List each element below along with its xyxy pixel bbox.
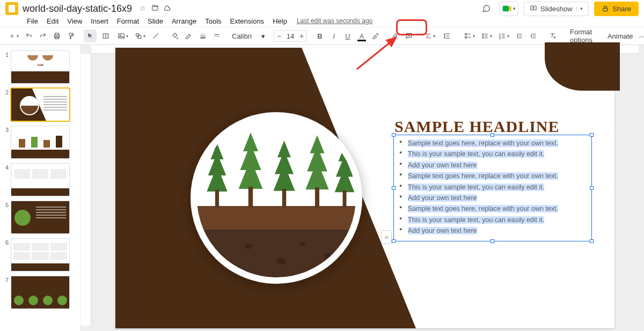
slide-headline[interactable]: SAMPLE HEADLINE [394, 117, 560, 136]
autofit-icon[interactable]: ≡ [381, 230, 392, 244]
slideshow-button[interactable]: Slideshow ▾ [524, 2, 589, 16]
list-item[interactable]: Add your own text here [408, 226, 587, 236]
slide-thumbnail[interactable]: 2 [0, 86, 80, 123]
font-size-decrease-button[interactable]: − [274, 32, 284, 40]
font-size-increase-button[interactable]: + [297, 32, 306, 40]
align-button[interactable]: ▾ [422, 30, 438, 42]
clear-formatting-button[interactable] [546, 30, 559, 42]
indent-decrease-button[interactable] [513, 30, 526, 42]
list-item[interactable]: Sample text goes here, replace with your… [408, 204, 587, 214]
insert-link-button[interactable] [389, 30, 401, 42]
vertical-ruler[interactable] [80, 54, 91, 326]
list-item[interactable]: This is your sample text, you can easily… [408, 149, 587, 159]
svg-rect-24 [315, 187, 319, 208]
insert-comment-button[interactable] [402, 30, 415, 42]
text-color-button[interactable]: A [355, 30, 368, 42]
move-icon[interactable] [151, 4, 160, 13]
slide-thumbnail[interactable]: 7 [0, 274, 80, 311]
resize-handle-icon[interactable] [491, 239, 494, 243]
border-color-button[interactable] [182, 30, 195, 42]
resize-handle-icon[interactable] [392, 239, 396, 243]
slide-textbox[interactable]: Sample text goes here, replace with your… [393, 135, 592, 241]
bullet-list[interactable]: Sample text goes here, replace with your… [398, 138, 587, 236]
resize-handle-icon[interactable] [590, 186, 594, 190]
slideshow-label: Slideshow [540, 5, 572, 13]
paint-format-button[interactable] [64, 30, 77, 42]
collapse-toolbar-icon[interactable]: ︿ [639, 31, 644, 41]
slide-corner-shape[interactable] [545, 42, 620, 91]
list-item[interactable]: Sample text goes here, replace with your… [408, 171, 587, 181]
resize-handle-icon[interactable] [392, 186, 396, 190]
animate-button[interactable]: Animate [603, 31, 638, 41]
slide-circle-image[interactable] [191, 112, 362, 284]
list-item[interactable]: This is your sample text, you can easily… [408, 182, 587, 193]
menu-help[interactable]: Help [269, 16, 290, 26]
slide-number: 4 [2, 163, 9, 171]
menu-format[interactable]: Format [114, 16, 142, 26]
image-button[interactable]: ▾ [115, 30, 131, 42]
resize-handle-icon[interactable] [590, 239, 594, 243]
list-item[interactable]: Add your own text here [408, 193, 587, 203]
cloud-status-icon[interactable] [163, 4, 172, 13]
line-button[interactable] [149, 30, 162, 42]
menu-arrange[interactable]: Arrange [169, 16, 200, 26]
fill-color-button[interactable] [169, 30, 181, 42]
bold-button[interactable]: B [313, 30, 326, 42]
list-item[interactable]: Add your own text here [408, 160, 587, 171]
slide-thumbnail[interactable]: 4 [0, 161, 80, 198]
numbered-list-button[interactable]: 123▾ [496, 30, 512, 42]
new-slide-button[interactable]: ＋▾ [5, 30, 21, 42]
checklist-button[interactable]: ▾ [462, 30, 478, 42]
svg-rect-11 [138, 35, 141, 39]
slide-canvas[interactable]: SAMPLE HEADLINE ≡ Sample text goes here,… [80, 45, 644, 331]
line-spacing-button[interactable] [439, 30, 455, 42]
list-item[interactable]: Sample text goes here, replace with your… [408, 138, 587, 149]
resize-handle-icon[interactable] [392, 133, 396, 137]
slide-thumbnail[interactable]: 6 [0, 236, 80, 274]
menu-extensions[interactable]: Extensions [227, 16, 268, 26]
textbox-button[interactable] [98, 30, 114, 42]
slideshow-dropdown-icon[interactable]: ▾ [576, 6, 583, 11]
menu-bar: File Edit View Insert Format Slide Arran… [0, 15, 644, 27]
menu-tools[interactable]: Tools [202, 16, 224, 26]
slide-number: 2 [2, 88, 9, 95]
select-tool-button[interactable] [84, 30, 97, 42]
comments-icon[interactable] [479, 1, 494, 16]
italic-button[interactable]: I [327, 30, 340, 42]
slide-number: 1 [2, 50, 9, 58]
list-item[interactable]: This is your sample text, you can easily… [408, 215, 587, 225]
bulleted-list-button[interactable]: ▾ [479, 30, 495, 42]
redo-button[interactable] [36, 30, 49, 42]
star-icon[interactable]: ☆ [140, 4, 148, 13]
font-size-value[interactable]: 14 [284, 32, 297, 40]
slide-thumbnail[interactable]: 1 Soil [0, 48, 80, 86]
svg-text:3: 3 [499, 37, 501, 40]
share-label: Share [612, 5, 631, 13]
resize-handle-icon[interactable] [590, 133, 594, 137]
menu-insert[interactable]: Insert [87, 16, 112, 26]
document-title[interactable]: world-soil-day-static-16x9 [23, 3, 132, 14]
print-button[interactable] [50, 30, 63, 42]
font-family-select[interactable]: Calibri▾ [230, 31, 267, 41]
highlight-color-button[interactable] [369, 30, 382, 42]
shape-button[interactable]: ▾ [132, 30, 148, 42]
share-button[interactable]: Share [594, 2, 639, 16]
slide-panel[interactable]: 1 Soil 2 3 4 5 6 7 [0, 45, 80, 331]
slides-logo-icon[interactable] [5, 2, 18, 15]
menu-edit[interactable]: Edit [43, 16, 62, 26]
slide-thumbnail[interactable]: 5 [0, 198, 80, 236]
indent-increase-button[interactable] [527, 30, 540, 42]
undo-button[interactable] [23, 30, 35, 42]
slide[interactable]: SAMPLE HEADLINE ≡ Sample text goes here,… [115, 48, 614, 328]
svg-rect-25 [343, 190, 347, 208]
border-dash-button[interactable] [210, 30, 223, 42]
menu-slide[interactable]: Slide [144, 16, 166, 26]
underline-button[interactable]: U [341, 30, 354, 42]
menu-view[interactable]: View [64, 16, 85, 26]
slide-thumbnail[interactable]: 3 [0, 123, 80, 161]
meet-icon[interactable]: ▾ [499, 1, 518, 16]
menu-file[interactable]: File [24, 16, 41, 26]
resize-handle-icon[interactable] [491, 133, 494, 137]
last-edit-link[interactable]: Last edit was seconds ago [297, 17, 372, 25]
border-weight-button[interactable] [196, 30, 209, 42]
